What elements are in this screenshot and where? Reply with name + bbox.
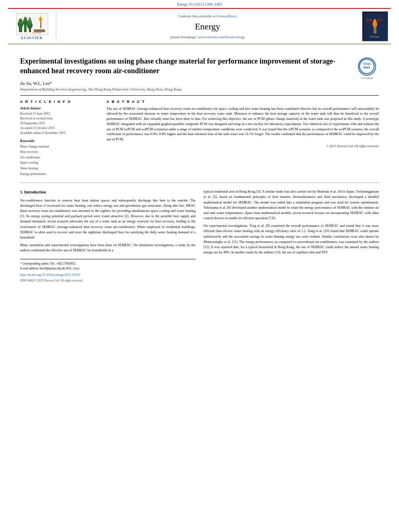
article-info-col: A R T I C L E I N F O Article history: R…	[20, 100, 99, 177]
issn-text: 0360-5442/© 2015 Elsevier Ltd. All right…	[20, 278, 195, 283]
svg-text:Mark: Mark	[364, 66, 370, 69]
keyword-4: Space cooling	[20, 160, 99, 166]
sciencedirect-link[interactable]: ScienceDirect	[216, 14, 237, 18]
elsevier-logo-block: ELSEVIER ELSEVIER	[8, 11, 56, 41]
section1-title: 1. Introduction	[20, 189, 195, 195]
keyword-1: Phase change material	[20, 144, 99, 150]
body-divider	[20, 183, 379, 183]
homepage-line: journal homepage: www.elsevier.com/locat…	[170, 35, 245, 39]
journal-center-block: Contents lists available at ScienceDirec…	[56, 11, 359, 41]
body-para-4: On experimental investigations, Ying et …	[204, 223, 379, 255]
body-section: 1. Introduction Air-conditioners functio…	[20, 189, 379, 283]
journal-title: Energy	[195, 21, 220, 32]
energy-logo-box: ENERGY Energy	[362, 11, 388, 41]
svg-point-12	[39, 17, 42, 21]
main-content: Experimental investigations on using pha…	[0, 44, 399, 287]
article-info-header: A R T I C L E I N F O	[20, 100, 99, 104]
email-address: bewll@polyu.edu.hk (W.L. Lee).	[40, 267, 80, 270]
svg-point-6	[24, 17, 27, 22]
svg-text:Cross: Cross	[363, 62, 371, 65]
elsevier-tree-image: ELSEVIER	[16, 13, 48, 35]
contents-line: Contents lists available at ScienceDirec…	[179, 14, 237, 18]
abstract-text: The use of SEHRAC (storage-enhanced heat…	[107, 106, 379, 142]
keyword-3: Air-conditioner	[20, 155, 99, 160]
abstract-header: A B S T R A C T	[107, 100, 379, 104]
svg-point-10	[29, 17, 31, 21]
keyword-5: Water heating	[20, 166, 99, 171]
keywords-label: Keywords:	[20, 139, 99, 143]
revised-label: Received in revised form	[20, 116, 99, 121]
journal-header: ELSEVIER ELSEVIER Contents lists availab…	[8, 8, 391, 44]
history-label: Article history:	[20, 106, 99, 110]
header-divider	[20, 95, 379, 96]
top-bar: Energy 93 (2015) 1394–1403	[0, 0, 399, 8]
keywords-section: Keywords: Phase change material Heat rec…	[20, 139, 99, 177]
email-line: E-mail address: bewll@polyu.edu.hk (W.L.…	[20, 266, 195, 271]
elsevier-wordmark: ELSEVIER	[21, 36, 43, 40]
doi-link[interactable]: http://dx.doi.org/10.1016/j.energy.2015.…	[20, 273, 195, 277]
info-abstract-section: A R T I C L E I N F O Article history: R…	[20, 100, 379, 177]
keyword-2: Heat recovery	[20, 149, 99, 155]
keyword-6: Energy performance	[20, 171, 99, 177]
email-label: E-mail address:	[20, 267, 39, 270]
crossmark-text: CrossMark	[360, 76, 373, 80]
body-para-1: Air-conditioners function to remove heat…	[20, 198, 195, 240]
article-history: Article history: Received 11 June 2015 R…	[20, 106, 99, 136]
energy-logo-right: ENERGY Energy	[359, 11, 391, 41]
svg-rect-11	[40, 20, 41, 28]
authors: Jie Jia, W.L. Lee*	[20, 81, 379, 86]
body-para-2: Many simulation and experimental investi…	[20, 242, 195, 253]
received-date: Received 11 June 2015	[20, 111, 99, 116]
available-date: Available online 6 November 2015	[20, 131, 99, 136]
accepted-date: Accepted 15 October 2015	[20, 126, 99, 131]
journal-citation: Energy 93 (2015) 1394–1403	[177, 2, 222, 6]
crossmark-logo: Cross Mark	[358, 58, 376, 76]
affiliation: Department of Building Services Engineer…	[20, 87, 379, 91]
footnote-star-text: * Corresponding author. Tel.: +852 27665…	[20, 262, 76, 265]
copyright: © 2015 Elsevier Ltd. All rights reserved…	[107, 144, 379, 148]
abstract-col: A B S T R A C T The use of SEHRAC (stora…	[107, 100, 379, 177]
body-right-col: typical residential area in Hong Kong [3…	[204, 189, 379, 283]
svg-text:Energy: Energy	[370, 35, 379, 38]
homepage-url[interactable]: www.elsevier.com/locate/energy	[198, 35, 245, 39]
svg-text:ELSEVIER: ELSEVIER	[32, 32, 41, 34]
body-left-col: 1. Introduction Air-conditioners functio…	[20, 189, 195, 283]
body-para-3: typical residential area in Hong Kong [3…	[204, 189, 379, 221]
footnote-area: * Corresponding author. Tel.: +852 27665…	[20, 259, 195, 283]
crossmark-badge: Cross Mark CrossMark	[355, 56, 379, 80]
revised-date: 19 September 2015	[20, 121, 99, 126]
svg-point-3	[19, 18, 23, 24]
footnote-star: * Corresponding author. Tel.: +852 27665…	[20, 261, 195, 266]
article-title: Experimental investigations on using pha…	[20, 56, 379, 76]
